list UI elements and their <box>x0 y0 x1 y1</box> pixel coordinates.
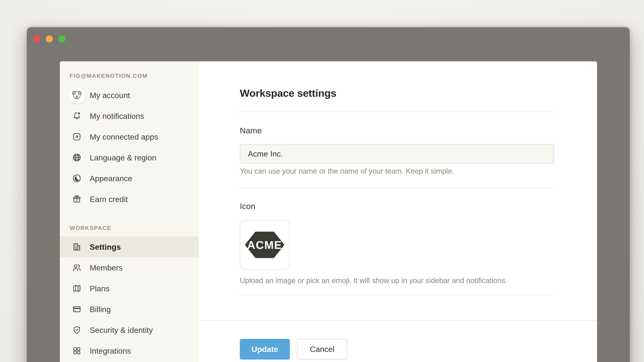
sidebar-item-my-account[interactable]: My account <box>60 85 199 106</box>
minimize-window-button[interactable] <box>46 35 53 42</box>
close-window-button[interactable] <box>33 35 40 42</box>
workspace-section-heading: WORKSPACE <box>70 223 199 233</box>
sidebar-item-my-notifications[interactable]: My notifications <box>60 106 199 126</box>
sidebar-item-label: Appearance <box>90 174 132 183</box>
account-email-heading: FIG@MAKENOTION.COM <box>70 71 199 81</box>
sidebar-item-settings[interactable]: Settings <box>60 237 199 257</box>
users-icon <box>72 263 82 273</box>
sidebar-item-language-region[interactable]: Language & region <box>60 147 199 168</box>
zoom-window-button[interactable] <box>58 35 66 42</box>
workspace-icon-picker[interactable]: ACME <box>240 220 290 270</box>
window-controls <box>33 35 66 42</box>
sidebar-item-label: My notifications <box>90 111 144 121</box>
sidebar-item-members[interactable]: Members <box>60 257 199 278</box>
svg-text:ACME: ACME <box>247 239 282 251</box>
sidebar-item-billing[interactable]: Billing <box>60 299 199 320</box>
icon-field-label: Icon <box>240 201 554 211</box>
sidebar-item-appearance[interactable]: Appearance <box>60 168 199 189</box>
sidebar-item-label: Security & identity <box>90 326 153 335</box>
sidebar-item-label: My connected apps <box>90 132 158 141</box>
sidebar-item-label: My account <box>90 91 130 100</box>
page-title: Workspace settings <box>240 86 554 100</box>
dialog-footer: Update Cancel <box>199 321 597 362</box>
cancel-button[interactable]: Cancel <box>297 339 347 360</box>
sidebar-item-plans[interactable]: Plans <box>60 278 199 299</box>
sidebar-item-integrations[interactable]: Integrations <box>60 340 199 361</box>
sidebar-item-label: Integrations <box>90 346 131 356</box>
building-icon <box>72 242 82 252</box>
sidebar-item-label: Earn credit <box>90 195 128 204</box>
workspace-name-input[interactable] <box>240 144 554 164</box>
sidebar-item-label: Plans <box>90 284 110 293</box>
bell-dot-icon <box>72 111 82 121</box>
shield-check-icon <box>72 325 82 335</box>
grid-icon <box>72 346 82 356</box>
divider <box>240 112 554 112</box>
name-help-text: You can use your name or the name of you… <box>240 166 554 176</box>
sidebar-item-security-identity[interactable]: Security & identity <box>60 320 199 340</box>
workspace-settings-main: Workspace settings Name You can use your… <box>199 61 597 362</box>
sidebar-item-label: Language & region <box>90 153 156 162</box>
macos-window: FIG@MAKENOTION.COM My account <box>27 27 630 362</box>
update-button[interactable]: Update <box>240 339 290 360</box>
moon-circle-icon <box>72 173 82 183</box>
sidebar-item-label: Billing <box>90 305 111 314</box>
sidebar-item-earn-credit[interactable]: Earn credit <box>60 189 199 210</box>
map-icon <box>72 284 82 293</box>
settings-scroll-area: Workspace settings Name You can use your… <box>199 61 597 321</box>
acme-hexagon-logo: ACME <box>245 229 284 260</box>
gift-icon <box>72 194 82 204</box>
divider <box>240 295 554 295</box>
icon-help-text: Upload an image or pick an emoji. It wil… <box>240 275 518 286</box>
credit-card-icon <box>72 304 82 314</box>
settings-dialog: FIG@MAKENOTION.COM My account <box>60 61 597 362</box>
avatar <box>68 87 85 104</box>
arrow-up-right-square-icon <box>72 132 82 142</box>
settings-sidebar: FIG@MAKENOTION.COM My account <box>60 61 199 362</box>
divider <box>240 188 554 189</box>
sidebar-item-label: Members <box>90 263 122 272</box>
name-field-label: Name <box>240 125 554 136</box>
sidebar-item-my-connected-apps[interactable]: My connected apps <box>60 126 199 147</box>
sidebar-item-label: Settings <box>90 242 121 252</box>
globe-icon <box>72 153 82 162</box>
